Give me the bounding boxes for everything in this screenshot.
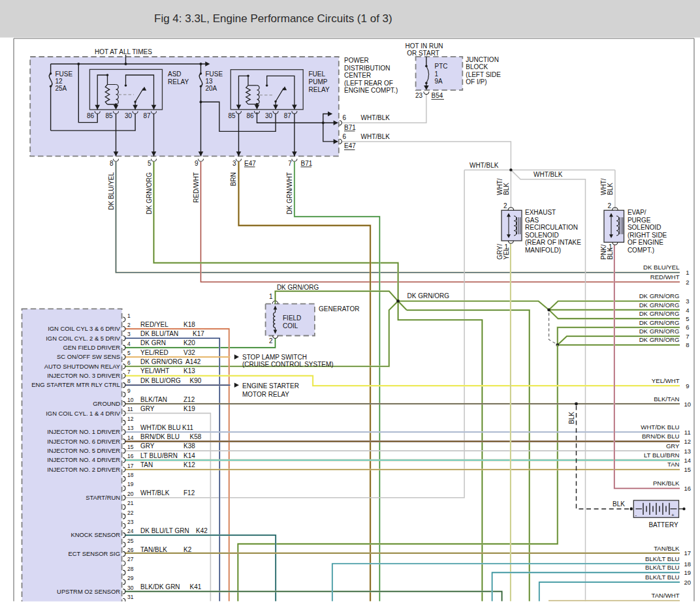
svg-text:27: 27 (127, 556, 134, 562)
svg-text:9: 9 (195, 160, 199, 167)
svg-text:19: 19 (127, 481, 134, 487)
svg-text:LT BLU/BRN: LT BLU/BRN (644, 451, 680, 459)
svg-text:3: 3 (127, 331, 131, 337)
svg-text:28: 28 (127, 566, 134, 572)
svg-text:MANIFOLD): MANIFOLD) (525, 247, 561, 254)
svg-text:K42: K42 (196, 527, 208, 534)
svg-text:1: 1 (504, 243, 508, 251)
svg-text:DK BLU/TAN: DK BLU/TAN (140, 330, 178, 337)
svg-text:Fig 4: 3.3L, Engine Performanc: Fig 4: 3.3L, Engine Performance Circuits… (154, 12, 392, 25)
svg-text:12: 12 (56, 78, 63, 85)
svg-text:8: 8 (686, 341, 689, 348)
svg-text:9: 9 (686, 382, 689, 390)
svg-text:YEL/WHT: YEL/WHT (140, 367, 169, 375)
svg-text:FIELD: FIELD (283, 314, 301, 322)
svg-text:BLK/LT BLU: BLK/LT BLU (645, 564, 680, 571)
svg-text:BRN/DK BLU: BRN/DK BLU (140, 433, 180, 440)
svg-text:18: 18 (127, 472, 134, 478)
svg-text:13: 13 (206, 78, 214, 85)
svg-text:WHT/DK BLU: WHT/DK BLU (641, 423, 679, 431)
svg-text:PTC: PTC (435, 63, 448, 70)
svg-text:FUSE: FUSE (56, 70, 73, 78)
svg-text:INJECTOR NO. 2 DRIVER: INJECTOR NO. 2 DRIVER (47, 466, 120, 473)
svg-text:K18: K18 (183, 321, 195, 328)
svg-text:DK BLU/LT GRN: DK BLU/LT GRN (140, 527, 189, 534)
svg-text:GRY: GRY (666, 442, 680, 450)
svg-text:YEL/WHT: YEL/WHT (652, 377, 680, 384)
svg-text:AUTO SHUTDOWN RELAY: AUTO SHUTDOWN RELAY (44, 363, 121, 370)
svg-text:11: 11 (684, 429, 691, 436)
svg-text:15: 15 (127, 444, 134, 450)
svg-text:INJECTOR NO. 6 DRIVER: INJECTOR NO. 6 DRIVER (47, 438, 120, 445)
svg-text:(REAR OF INTAKE: (REAR OF INTAKE (525, 239, 581, 246)
svg-text:PNK/: PNK/ (600, 244, 607, 260)
svg-text:YEL/RED: YEL/RED (140, 349, 168, 356)
svg-text:BRN/DK BLU: BRN/DK BLU (642, 433, 680, 440)
svg-text:OR START: OR START (407, 50, 439, 57)
svg-text:RELAY: RELAY (309, 86, 330, 93)
svg-text:INJECTOR NO. 5 DRIVER: INJECTOR NO. 5 DRIVER (47, 447, 120, 454)
svg-text:EXHAUST: EXHAUST (525, 209, 556, 216)
svg-text:10: 10 (684, 401, 692, 408)
svg-text:GENERATOR: GENERATOR (319, 305, 359, 313)
svg-text:OF ENGINE: OF ENGINE (628, 239, 663, 246)
svg-text:SOLENOID: SOLENOID (525, 232, 559, 239)
svg-text:PNK/BLK: PNK/BLK (653, 480, 680, 487)
svg-text:POWER: POWER (344, 57, 369, 64)
svg-text:IGN COIL CYL. 1 & 4 DRIV: IGN COIL CYL. 1 & 4 DRIV (46, 410, 120, 417)
svg-text:DK GRN/ORG: DK GRN/ORG (639, 301, 680, 309)
svg-text:30: 30 (265, 112, 273, 119)
svg-text:RED/YEL: RED/YEL (140, 321, 168, 328)
svg-text:23: 23 (415, 92, 423, 99)
svg-text:14: 14 (684, 457, 692, 464)
svg-text:WHT/: WHT/ (496, 178, 503, 195)
svg-text:12: 12 (127, 416, 134, 422)
svg-text:TAN/WHT: TAN/WHT (652, 592, 680, 599)
svg-text:K90: K90 (190, 377, 202, 384)
svg-text:16: 16 (684, 485, 692, 492)
svg-text:K41: K41 (190, 583, 202, 590)
svg-text:K13: K13 (183, 367, 195, 375)
svg-text:BLK: BLK (607, 183, 614, 195)
svg-text:29: 29 (127, 575, 134, 581)
svg-text:KNOCK SENSOR: KNOCK SENSOR (71, 531, 120, 538)
svg-text:B71: B71 (344, 124, 356, 131)
svg-text:BLOCK: BLOCK (466, 63, 488, 70)
svg-text:GAS: GAS (525, 217, 539, 224)
svg-text:ENG STARTER MTR RLY CTRL: ENG STARTER MTR RLY CTRL (31, 381, 120, 388)
svg-text:ECT SENSOR SIG: ECT SENSOR SIG (68, 550, 120, 557)
svg-text:+: + (671, 512, 675, 518)
svg-text:11: 11 (127, 406, 133, 412)
svg-text:WHT/: WHT/ (600, 178, 607, 195)
svg-text:10: 10 (127, 397, 134, 403)
svg-text:B54: B54 (432, 92, 443, 99)
svg-text:START/RUN: START/RUN (86, 494, 120, 501)
svg-text:3: 3 (232, 160, 236, 167)
svg-text:BLK: BLK (503, 183, 510, 195)
svg-text:3: 3 (686, 298, 689, 305)
svg-text:BLK: BLK (568, 412, 575, 424)
svg-text:GRY: GRY (140, 442, 155, 450)
svg-text:GROUND: GROUND (93, 400, 120, 407)
svg-text:DK BLU/ORG: DK BLU/ORG (140, 377, 181, 384)
svg-text:RECIRCULATION: RECIRCULATION (525, 224, 578, 231)
svg-text:E47: E47 (244, 160, 256, 167)
svg-text:16: 16 (127, 453, 134, 459)
svg-text:ASD: ASD (168, 70, 182, 78)
svg-text:-: - (635, 512, 637, 518)
svg-text:DK GRN/ORG: DK GRN/ORG (277, 284, 319, 291)
svg-text:WHT/BLK: WHT/BLK (533, 171, 563, 178)
svg-text:UPSTRM O2 SENSOR: UPSTRM O2 SENSOR (57, 588, 120, 595)
svg-text:86: 86 (246, 112, 254, 119)
svg-text:WHT/BLK: WHT/BLK (361, 133, 390, 140)
svg-text:31: 31 (127, 594, 134, 600)
svg-text:12: 12 (684, 438, 692, 445)
svg-text:FUSE: FUSE (206, 70, 223, 78)
svg-text:INJECTOR NO. 1 DRIVER: INJECTOR NO. 1 DRIVER (47, 428, 120, 435)
svg-text:1: 1 (609, 243, 612, 251)
svg-text:IGN COIL CYL 3 & 6 DRIV: IGN COIL CYL 3 & 6 DRIV (48, 325, 121, 332)
svg-text:23: 23 (127, 519, 134, 525)
svg-text:B71: B71 (301, 160, 313, 167)
svg-text:BLK/DK GRN: BLK/DK GRN (140, 583, 180, 590)
svg-text:OF I/P): OF I/P) (466, 78, 486, 85)
